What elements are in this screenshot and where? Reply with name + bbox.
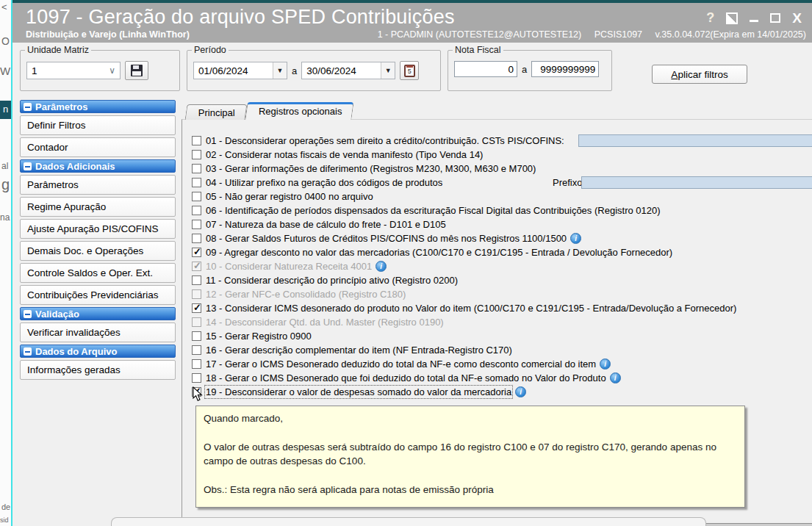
sidebar-section-header[interactable]: Dados do Arquivo <box>20 345 176 358</box>
option-label: 19 - Desconsiderar o valor de despesas s… <box>206 386 511 397</box>
checkbox[interactable] <box>192 178 201 187</box>
option-row: 07 - Natureza da base de cálculo do fret… <box>192 217 812 231</box>
session-info: 1 - PCADMIN (AUTOTESTE12@AUTOTESTE12) PC… <box>367 29 806 40</box>
option-row: 08 - Gerar Saldos Futuros de Créditos PI… <box>192 231 812 245</box>
sidebar-section-header[interactable]: Parâmetros <box>20 100 176 113</box>
option-row: 09 - Agregar desconto no valor das merca… <box>192 245 812 259</box>
periodo-to-dropdown[interactable]: 30/06/2024 ▼ <box>301 62 395 79</box>
sidebar-item[interactable]: Contribuições Previdenciárias <box>20 285 176 305</box>
calendar-icon <box>404 65 415 77</box>
tab-active[interactable]: Registros opcionais <box>245 102 354 120</box>
option-row: 17 - Gerar o ICMS Desonerado deduzido do… <box>192 357 812 371</box>
nota-fiscal-from-input[interactable] <box>454 61 517 77</box>
option-label: 18 - Gerar o ICMS Desonerado que foi ded… <box>206 372 606 383</box>
option-row: 18 - Gerar o ICMS Desonerado que foi ded… <box>192 371 812 385</box>
sidebar-item[interactable]: Controle Saldos e Oper. Ext. <box>20 263 176 283</box>
background-fragment: < <box>1 1 7 12</box>
option-row: 02 - Considerar notas fiscais de venda m… <box>192 148 812 162</box>
option-label: 15 - Gerar Registro 0900 <box>206 331 312 342</box>
periodo-to-value: 30/06/2024 <box>306 65 356 76</box>
sidebar-item[interactable]: Contador <box>20 137 176 157</box>
checkbox[interactable] <box>192 303 201 313</box>
collapse-minus-icon[interactable] <box>24 310 32 318</box>
checkbox[interactable] <box>192 359 201 369</box>
checkbox[interactable] <box>192 275 201 285</box>
checkbox[interactable] <box>192 248 201 257</box>
unidade-matriz-value: 1 <box>32 65 37 76</box>
checkbox[interactable] <box>192 150 201 159</box>
background-fragment: W <box>0 65 10 77</box>
bottom-right-strip <box>706 523 812 526</box>
checkbox[interactable] <box>192 220 201 229</box>
screen: <OWnalgnadesid 1097 - Geração do arquivo… <box>0 0 812 526</box>
option-row: 03 - Gerar informações de diferimento (R… <box>192 162 812 176</box>
sidebar-item[interactable]: Definir Filtros <box>20 115 176 135</box>
option-row: 12 - Gerar NFC-e Consolidado (Registro C… <box>192 287 812 301</box>
checkbox[interactable] <box>192 373 201 383</box>
tooltip-paragraph: O valor de outras despesas será subtraíd… <box>204 440 737 469</box>
info-icon[interactable]: i <box>376 261 387 272</box>
sidebar-item[interactable]: Ajuste Apuração PIS/COFINS <box>20 219 176 239</box>
checkbox[interactable] <box>192 136 201 145</box>
app-window: 1097 - Geração do arquivo SPED Contribui… <box>12 0 812 526</box>
help-icon[interactable]: ? <box>706 12 714 24</box>
sidebar-section-title: Dados Adicionais <box>35 161 115 172</box>
sidebar-section-title: Parâmetros <box>35 101 88 112</box>
checkbox[interactable] <box>192 206 201 215</box>
tab-inactive[interactable]: Principal <box>185 104 248 120</box>
minimize-icon[interactable] <box>750 20 758 22</box>
tooltip-paragraph: Quando marcado, <box>204 411 737 426</box>
periodo-from-dropdown[interactable]: 01/06/2024 ▼ <box>193 62 287 79</box>
maximize-icon[interactable] <box>770 13 780 23</box>
sidebar-section-header[interactable]: Dados Adicionais <box>20 159 176 173</box>
apply-filters-label: Aplicar filtros <box>653 69 747 80</box>
sidebar-item[interactable]: Regime Apuração <box>20 197 176 217</box>
info-icon[interactable]: i <box>515 386 526 397</box>
option-label: 04 - Utilizar prefixo na geração dos cód… <box>206 177 442 188</box>
unidade-matriz-combobox[interactable]: 1 ∨ <box>26 62 121 79</box>
option-label: 08 - Gerar Saldos Futuros de Créditos PI… <box>206 233 567 244</box>
background-fragment: O <box>1 35 10 47</box>
background-fragment: de <box>1 502 10 511</box>
apply-filters-button[interactable]: Aplicar filtros <box>652 65 747 84</box>
sidebar-item[interactable]: Demais Doc. e Operações <box>20 241 176 261</box>
screenshot-icon[interactable] <box>726 12 738 24</box>
csts-pis-cofins-input[interactable] <box>578 134 812 147</box>
sidebar: ParâmetrosDefinir FiltrosContadorDados A… <box>20 100 176 382</box>
periodo-label: Período <box>192 45 229 55</box>
close-icon[interactable]: X <box>792 12 802 24</box>
option19-tooltip: Quando marcado,O valor de outras despesa… <box>195 406 745 508</box>
option-label: 05 - Não gerar registro 0400 no arquivo <box>206 191 373 202</box>
mouse-cursor <box>193 386 203 402</box>
nota-fiscal-label: Nota Fiscal <box>453 45 503 55</box>
collapse-minus-icon[interactable] <box>24 347 32 356</box>
info-icon[interactable]: i <box>570 233 581 244</box>
checkbox[interactable] <box>192 164 201 173</box>
background-fragment: g <box>1 176 10 193</box>
option-label: 17 - Gerar o ICMS Desonerado deduzido do… <box>206 359 596 370</box>
checkbox[interactable] <box>192 345 201 355</box>
save-button[interactable] <box>125 61 148 80</box>
prefix-input[interactable] <box>581 176 812 189</box>
calendar-button[interactable] <box>400 61 419 80</box>
sidebar-item[interactable]: Parâmetros <box>20 175 176 195</box>
checkbox[interactable] <box>192 192 201 201</box>
tooltip-paragraph: Obs.: Esta regra não será aplicada para … <box>204 483 737 497</box>
collapse-minus-icon[interactable] <box>24 162 32 170</box>
checkbox[interactable] <box>192 234 201 243</box>
info-icon[interactable]: i <box>610 372 621 383</box>
option-label: 06 - Identificação de períodos dispensad… <box>206 205 661 216</box>
version-info: v.35.0.04.072(Expira em 14/01/2025) <box>655 29 806 40</box>
tab-label: Principal <box>198 107 235 118</box>
sidebar-item[interactable]: Informações geradas <box>20 360 176 380</box>
collapse-minus-icon[interactable] <box>24 103 32 111</box>
nota-fiscal-to-input[interactable] <box>531 61 599 77</box>
window-subtitle: Distribuição e Varejo (Linha WinThor) <box>26 29 190 40</box>
options-list: 01 - Desconsiderar operações sem direito… <box>192 134 812 399</box>
option-row: 16 - Gerar descrição complementar do ite… <box>192 343 812 357</box>
info-icon[interactable]: i <box>600 359 611 370</box>
sidebar-section-title: Validação <box>35 309 79 320</box>
sidebar-item[interactable]: Verificar invalidações <box>20 323 176 342</box>
checkbox[interactable] <box>192 331 201 341</box>
sidebar-section-header[interactable]: Validação <box>20 307 176 320</box>
